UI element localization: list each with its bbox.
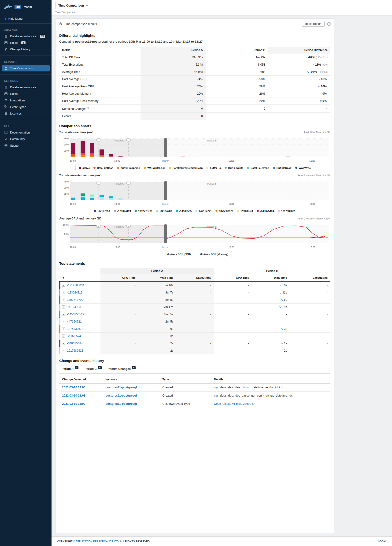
sidebar-item[interactable]: Community (2, 136, 50, 142)
trend-arrow-icon: ↘ (281, 298, 283, 301)
statement-link[interactable]: -25320574 (67, 334, 81, 338)
expand-statement-icon[interactable]: + (62, 291, 65, 294)
expand-statement-icon[interactable]: + (62, 320, 65, 323)
expand-statement-icon[interactable]: + (62, 313, 65, 316)
legend-item[interactable]: DataFileRead (93, 167, 113, 169)
sidebar-item[interactable]: Hosts (2, 91, 50, 97)
history-tab[interactable]: Interim Changes 0 (105, 365, 138, 373)
change-instance-link[interactable]: postgres11-postgresql (105, 394, 137, 397)
sidebar-item[interactable]: Integrations (2, 97, 50, 104)
period-b-panel (167, 139, 328, 157)
reset-report-button[interactable]: Reset Report (302, 21, 325, 27)
legend-label: BufFileWrite (228, 167, 243, 169)
sidebar-item-label: Time Comparison (10, 67, 33, 70)
expand-statement-icon[interactable]: + (62, 327, 65, 330)
legend-item[interactable]: BufFileRead (273, 167, 292, 169)
expand-statement-icon[interactable]: + (62, 306, 65, 308)
legend-item[interactable]: buffer_mapping (117, 167, 140, 169)
sidebar-item-label: Database Instances (10, 86, 36, 89)
copyright-text: COPYRIGHT © APPLICATION PERFORMANCE LTD.… (57, 540, 150, 543)
sidebar-item[interactable]: Support (2, 143, 50, 149)
col-a-cpu-time: CPU Time (100, 274, 138, 282)
legend-item[interactable]: -348675484 (257, 210, 274, 212)
svg-text:⇄: ⇄ (128, 182, 129, 184)
statement-link[interactable]: -1456356529 (67, 313, 84, 316)
top-waits-chart-canvas[interactable]: 250k500k750kPeriod APeriod B⇄⇄13:0013:05… (59, 135, 330, 163)
sidebar-item[interactable]: Change History (2, 46, 50, 52)
legend-item[interactable]: 1917582621 (278, 210, 296, 212)
sidebar-item[interactable]: Time Comparison (2, 65, 50, 72)
expand-statement-icon[interactable]: + (62, 284, 65, 287)
period-a-value: 5,348 (141, 61, 206, 68)
legend-item[interactable]: -25320574 (237, 210, 253, 212)
legend-swatch-icon (206, 167, 208, 169)
trend-arrow-icon: ↘ (318, 78, 320, 81)
svg-text:Period A: Period A (115, 139, 124, 142)
expand-statement-icon[interactable]: + (62, 334, 65, 338)
expand-statement-icon[interactable]: + (62, 349, 65, 352)
cpu-memory-chart-canvas[interactable]: 50%100%Period APeriod B⇄⇄13:0013:0513:21… (59, 221, 330, 249)
legend-item[interactable]: -14563565 (176, 210, 192, 212)
svg-text:13:05: 13:05 (114, 203, 120, 205)
legend-item[interactable]: active (79, 167, 90, 169)
legend-item[interactable]: 1392778709 (135, 210, 153, 212)
interim-divider (164, 138, 167, 157)
card-title: Time comparison results (64, 22, 97, 26)
legend-item[interactable]: BufFileWrite (225, 167, 243, 169)
legend-item[interactable]: -123024119 (114, 210, 131, 212)
expand-statement-icon[interactable]: + (62, 298, 65, 301)
statement-link[interactable]: 447154721 (67, 320, 82, 323)
dbmarlin-logo[interactable]: DBmarlin (0, 0, 51, 14)
history-tab[interactable]: Period A 3 (59, 365, 81, 373)
change-date-link[interactable]: 2021-03-10 13:03 (62, 394, 85, 397)
top-statements-chart-canvas[interactable]: 250k500k750kPeriod APeriod B⇄⇄13:0013:05… (59, 178, 330, 206)
sidebar-item[interactable]: Database Instances (2, 84, 50, 91)
legend-item[interactable]: WALWriteLock (144, 167, 165, 169)
cpu-memory-chart-title: Average CPU and memory (%) (59, 217, 101, 220)
legend-item[interactable]: DataFileExtend (247, 167, 269, 169)
sidebar-item[interactable]: Licences (2, 110, 50, 117)
change-date-link[interactable]: 2021-03-10 13:00 (62, 402, 85, 405)
legend-item[interactable]: MinikubeDB1 (CPU) (161, 253, 191, 256)
change-instance-link[interactable]: postgres11-postgresql (105, 386, 137, 389)
cpu-memory-chart-block: Average CPU and memory (%) Peak CPU 99%,… (59, 217, 330, 257)
statement-link[interactable]: -348675484 (67, 342, 83, 345)
legend-item[interactable]: 447154721 (195, 210, 212, 212)
legend-item[interactable]: WALWrite (295, 167, 311, 169)
collapse-card-icon[interactable] (327, 22, 331, 26)
period-b-value: 0 (206, 105, 268, 113)
sidebar-section-title: SETTINGS (0, 77, 51, 84)
trend-arrow-icon: ↘ (279, 284, 281, 287)
expand-statement-icon[interactable]: + (62, 342, 65, 345)
legend-item[interactable]: ParallelCreateIndexScan (169, 167, 203, 169)
svg-text:⇄: ⇄ (98, 182, 99, 184)
sidebar-item[interactable]: Hosts 6 (2, 39, 50, 46)
sidebar-item[interactable]: Documentation (2, 129, 50, 136)
sidebar-section: SETTINGS Database Instances Hosts Integr… (0, 75, 51, 120)
legend-item[interactable]: -92164783 (156, 210, 172, 212)
report-type-selector[interactable]: Time Comparison (55, 2, 91, 9)
change-details-link[interactable]: Code release v1 build 23608 (214, 402, 254, 405)
sidebar-item[interactable]: Event Types (2, 104, 50, 110)
change-instance-link[interactable]: postgres11-postgresql (105, 402, 137, 405)
statement-link[interactable]: 1392778709 (67, 298, 83, 301)
statement-link[interactable]: 1875839570 (67, 327, 83, 331)
company-link[interactable]: APPLICATION PERFORMANCE LTD. (76, 540, 119, 543)
statement-link[interactable]: -1712705034 (67, 284, 84, 287)
statement-link[interactable]: 1917582621 (67, 349, 83, 352)
legend-item[interactable]: buffer_io (206, 167, 221, 169)
history-tab[interactable]: Period B 0 (82, 365, 104, 373)
b-cpu-time: - (214, 289, 252, 296)
a-cpu-time: - (100, 311, 138, 318)
legend-item[interactable]: MinikubeDB1 (Memory) (195, 253, 228, 256)
legend-item[interactable]: 1875839570 (215, 210, 233, 212)
sidebar-item[interactable]: Database Instances 19 (2, 33, 50, 39)
change-date-link[interactable]: 2021-03-10 13:06 (62, 386, 85, 389)
legend-item[interactable]: -17127050 (94, 210, 110, 212)
a-cpu-time: - (100, 318, 138, 325)
statement-link[interactable]: -123024119 (67, 291, 83, 294)
legend-label: -25320574 (240, 210, 253, 212)
hide-menu-button[interactable]: « Hide Menu (0, 14, 51, 24)
statement-link[interactable]: -92164783 (67, 306, 81, 309)
legend-label: -92164783 (160, 210, 172, 212)
